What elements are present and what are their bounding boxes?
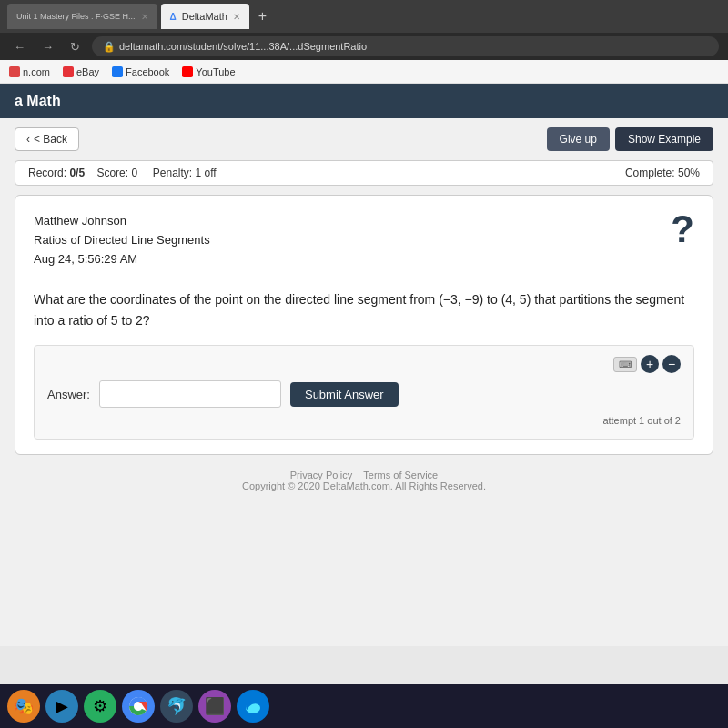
record-bar: Record: 0/5 Score: 0 Penalty: 1 off Comp…	[15, 160, 713, 186]
privacy-policy-link[interactable]: Privacy Policy	[290, 470, 352, 480]
taskbar-settings-icon[interactable]: ⚙	[84, 690, 116, 723]
taskbar-chrome-icon[interactable]	[122, 690, 155, 723]
bookmark-ncom[interactable]: n.com	[9, 66, 50, 77]
lock-icon: 🔒	[103, 41, 116, 53]
complete-label: Complete:	[625, 167, 675, 179]
record-value: 0/5	[69, 167, 85, 179]
edge-svg	[243, 696, 263, 716]
complete-info: Complete: 50%	[625, 167, 700, 179]
taskbar-icon-5[interactable]: 🐬	[160, 690, 193, 723]
help-icon[interactable]: ?	[671, 210, 694, 248]
answer-toolbar: ⌨ + −	[47, 355, 681, 373]
taskbar-icon-2[interactable]: ▶	[46, 690, 78, 723]
answer-area: ⌨ + − Answer: Submit Answer attempt 1 ou…	[34, 345, 694, 440]
question-text: What are the coordinates of the point on…	[34, 289, 694, 330]
back-arrow-icon: ‹	[26, 133, 30, 146]
bookmarks-bar: n.com eBay Facebook YouTube	[0, 60, 728, 84]
keyboard-icon[interactable]: ⌨	[613, 357, 637, 372]
assignment-name: Ratios of Directed Line Segments	[34, 231, 694, 250]
deltamath-favicon: Δ	[170, 12, 177, 22]
score-label: Score:	[96, 167, 128, 179]
tab-mastery-label: Unit 1 Mastery Files : F·GSE H...	[16, 12, 136, 21]
attempt-text: attempt 1 out of 2	[47, 415, 681, 426]
youtube-icon	[182, 66, 193, 77]
copyright-text: Copyright © 2020 DeltaMath.com. All Righ…	[29, 480, 699, 491]
student-name: Matthew Johnson	[34, 212, 694, 231]
ebay-icon	[63, 66, 74, 77]
tab-bar: Unit 1 Mastery Files : F·GSE H... ✕ Δ De…	[7, 4, 721, 29]
nav-back-button[interactable]: ←	[9, 38, 30, 56]
taskbar-edge-icon[interactable]	[237, 690, 269, 723]
answer-row: Answer: Submit Answer	[47, 380, 681, 408]
ncom-icon	[9, 66, 20, 77]
tab-mastery-close[interactable]: ✕	[141, 12, 148, 22]
zoom-in-button[interactable]: +	[641, 355, 659, 373]
chrome-svg	[128, 696, 148, 716]
address-bar: ← → ↻ 🔒 deltamath.com/student/solve/11..…	[0, 33, 728, 60]
show-example-button[interactable]: Show Example	[615, 127, 713, 151]
terms-of-service-link[interactable]: Terms of Service	[363, 470, 438, 480]
taskbar-icon-1[interactable]: 🎭	[7, 690, 40, 723]
app-title: a Math	[15, 93, 61, 109]
tab-deltamath-label: DeltaMath	[182, 11, 228, 22]
svg-point-1	[135, 703, 142, 710]
question-date: Aug 24, 5:56:29 AM	[34, 250, 694, 269]
url-text: deltamath.com/student/solve/11...38A/...…	[119, 41, 367, 52]
back-button[interactable]: ‹ < Back	[15, 127, 79, 151]
record-info: Record: 0/5 Score: 0 Penalty: 1 off	[28, 167, 217, 179]
facebook-icon	[112, 66, 123, 77]
bookmark-youtube-label: YouTube	[196, 66, 235, 77]
student-info: Matthew Johnson Ratios of Directed Line …	[34, 212, 694, 268]
penalty-value: 1 off	[196, 167, 217, 179]
tab-mastery[interactable]: Unit 1 Mastery Files : F·GSE H... ✕	[7, 4, 157, 29]
nav-refresh-button[interactable]: ↻	[66, 38, 85, 56]
main-content: ‹ < Back Give up Show Example Record: 0/…	[0, 118, 728, 646]
toolbar-row: ‹ < Back Give up Show Example	[15, 127, 713, 151]
app-header: a Math	[0, 84, 728, 118]
bookmark-ncom-label: n.com	[23, 66, 50, 77]
taskbar: 🎭 ▶ ⚙ 🐬 ⬛	[0, 684, 728, 728]
question-card: Matthew Johnson Ratios of Directed Line …	[15, 195, 713, 455]
tab-deltamath-close[interactable]: ✕	[233, 12, 240, 22]
taskbar-icon-6[interactable]: ⬛	[198, 690, 231, 723]
answer-label: Answer:	[47, 388, 90, 401]
complete-value: 50%	[678, 167, 700, 179]
back-label: < Back	[34, 133, 67, 146]
submit-answer-button[interactable]: Submit Answer	[290, 382, 399, 407]
action-buttons: Give up Show Example	[547, 127, 713, 151]
footer-links: Privacy Policy Terms of Service	[29, 470, 699, 480]
answer-input[interactable]	[99, 380, 281, 408]
url-box[interactable]: 🔒 deltamath.com/student/solve/11...38A/.…	[92, 36, 719, 56]
bookmark-facebook-label: Facebook	[126, 66, 169, 77]
tab-add-button[interactable]: +	[253, 8, 272, 25]
penalty-label: Penalty:	[153, 167, 192, 179]
score-value: 0	[131, 167, 137, 179]
nav-forward-button[interactable]: →	[37, 38, 58, 56]
tab-deltamath[interactable]: Δ DeltaMath ✕	[161, 4, 249, 29]
bookmark-youtube[interactable]: YouTube	[182, 66, 235, 77]
footer: Privacy Policy Terms of Service Copyrigh…	[15, 455, 713, 506]
bookmark-ebay[interactable]: eBay	[63, 66, 99, 77]
bookmark-facebook[interactable]: Facebook	[112, 66, 169, 77]
bookmark-ebay-label: eBay	[76, 66, 99, 77]
browser-chrome: Unit 1 Mastery Files : F·GSE H... ✕ Δ De…	[0, 0, 728, 33]
zoom-out-button[interactable]: −	[662, 355, 681, 373]
give-up-button[interactable]: Give up	[547, 127, 610, 151]
record-label: Record:	[28, 167, 66, 179]
divider	[34, 278, 694, 278]
